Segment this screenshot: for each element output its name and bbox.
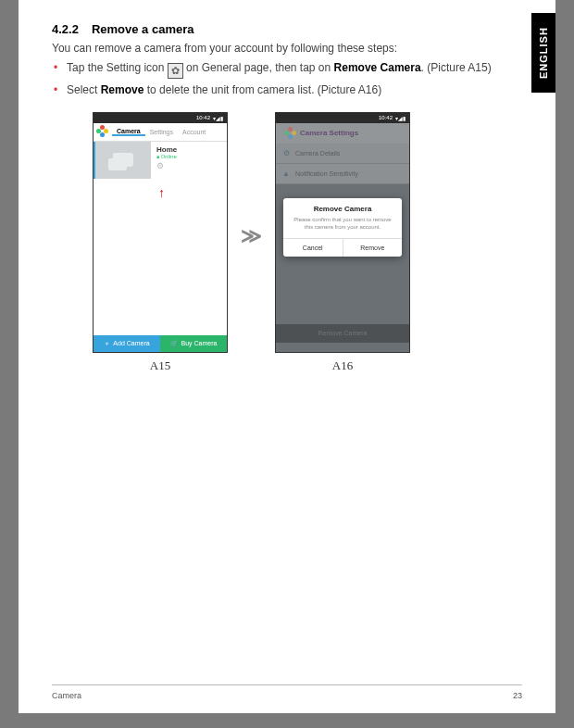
footer-section: Camera (52, 691, 81, 700)
tab-settings[interactable]: Settings (145, 129, 178, 135)
camera-settings-icon[interactable]: ⚙ (156, 161, 221, 170)
callout-arrow-icon: ↑ (158, 185, 165, 200)
status-time: 10:42 (196, 115, 210, 120)
cart-icon: 🛒 (170, 340, 179, 347)
plus-icon: ＋ (104, 339, 110, 348)
status-bar: 10:42 ▾◢▮ (94, 113, 227, 123)
row-notification-sensitivity[interactable]: ▲ Notification Sensitivity (276, 164, 409, 184)
remove-camera-bar[interactable]: Remove Camera (276, 324, 409, 343)
gear-icon: ✿ (168, 63, 183, 79)
figures-row: 10:42 ▾◢▮ Camera Settings Account Home O… (52, 112, 522, 373)
page-number: 23 (513, 691, 522, 700)
camera-row[interactable]: Home Online ⚙ (94, 142, 227, 179)
tab-camera[interactable]: Camera (112, 128, 145, 136)
steps-list: Tap the Setting icon ✿ on General page, … (52, 60, 522, 99)
status-icons: ▾◢▮ (213, 115, 223, 121)
app-logo-icon (285, 128, 295, 138)
bell-icon: ▲ (281, 169, 291, 178)
chevron-right-icon: ≫ (241, 224, 262, 248)
camera-name: Home (156, 145, 221, 154)
manual-page: ENGLISH 4.2.2Remove a camera You can rem… (19, 0, 555, 713)
caption-a16: A16 (332, 358, 353, 373)
step-2: Select Remove to delete the unit from ca… (54, 82, 522, 98)
figure-a15: 10:42 ▾◢▮ Camera Settings Account Home O… (93, 112, 228, 373)
figure-a16: 10:42 ▾◢▮ Camera Settings ⚙ Camera Detai… (275, 112, 410, 373)
settings-header: Camera Settings (276, 123, 409, 144)
bottom-bar: ＋Add Camera 🛒Buy Camera (94, 335, 227, 352)
section-number: 4.2.2 (52, 22, 79, 36)
step-1: Tap the Setting icon ✿ on General page, … (54, 60, 522, 79)
dialog-title: Remove Camera (283, 198, 402, 217)
section-heading: 4.2.2Remove a camera (52, 22, 522, 36)
add-camera-button[interactable]: ＋Add Camera (94, 335, 160, 352)
intro-text: You can remove a camera from your accoun… (52, 42, 522, 55)
phone-a15: 10:42 ▾◢▮ Camera Settings Account Home O… (93, 112, 228, 353)
camera-info: Home Online ⚙ (151, 142, 227, 179)
row-camera-details[interactable]: ⚙ Camera Details (276, 144, 409, 164)
dialog-buttons: Cancel Remove (283, 238, 402, 257)
caption-a15: A15 (150, 358, 170, 373)
header-title: Camera Settings (300, 129, 358, 137)
phone-a16: 10:42 ▾◢▮ Camera Settings ⚙ Camera Detai… (275, 112, 410, 353)
content-area: 4.2.2Remove a camera You can remove a ca… (19, 0, 555, 373)
dialog-message: Please confirm that you want to remove t… (283, 217, 402, 239)
status-icons-b: ▾◢▮ (395, 115, 406, 121)
remove-camera-dialog: Remove Camera Please confirm that you wa… (283, 198, 402, 257)
buy-camera-button[interactable]: 🛒Buy Camera (160, 335, 227, 352)
top-tabs: Camera Settings Account (94, 123, 227, 142)
language-tab: ENGLISH (531, 13, 555, 93)
status-bar-b: 10:42 ▾◢▮ (276, 113, 409, 123)
tab-account[interactable]: Account (178, 129, 210, 135)
remove-button[interactable]: Remove (343, 239, 403, 257)
gear-icon: ⚙ (281, 148, 291, 157)
status-time-b: 10:42 (379, 115, 393, 120)
section-title: Remove a camera (92, 22, 194, 36)
app-logo-icon (97, 126, 108, 137)
camera-status: Online (156, 154, 221, 159)
page-footer: Camera 23 (52, 684, 522, 700)
camera-thumbnail (95, 142, 151, 179)
cancel-button[interactable]: Cancel (283, 239, 343, 257)
